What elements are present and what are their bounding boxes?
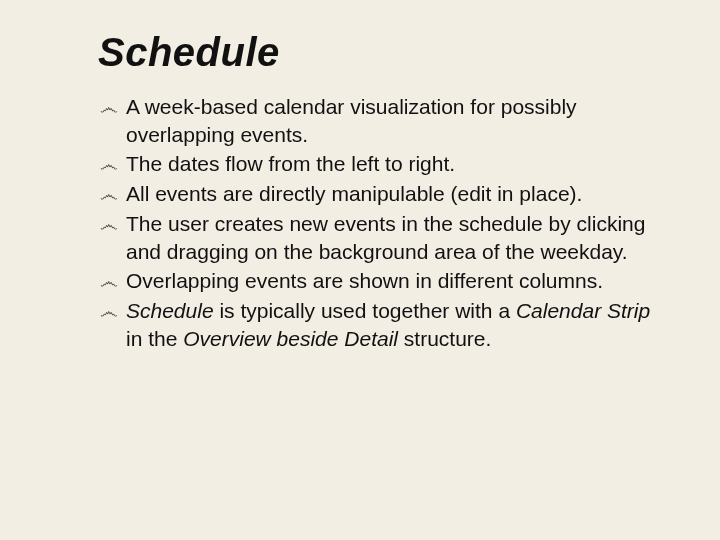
slide: Schedule ෴A week-based calendar visualiz… [0, 0, 720, 540]
bullet-text-run: A week-based calendar visualization for … [126, 95, 577, 146]
bullet-glyph-icon: ෴ [100, 299, 126, 324]
bullet-text-run: All events are directly manipulable (edi… [126, 182, 582, 205]
bullet-text-run: Overlapping events are shown in differen… [126, 269, 603, 292]
bullet-item: ෴The user creates new events in the sche… [100, 210, 660, 265]
bullet-item: ෴All events are directly manipulable (ed… [100, 180, 660, 208]
bullet-text-run: Schedule [126, 299, 214, 322]
bullet-text-run: The user creates new events in the sched… [126, 212, 645, 263]
bullet-item: ෴The dates flow from the left to right. [100, 150, 660, 178]
bullet-text-run: is typically used together with a [214, 299, 516, 322]
bullet-text-run: Overview beside Detail [183, 327, 398, 350]
bullet-item: ෴A week-based calendar visualization for… [100, 93, 660, 148]
bullet-text-run: The dates flow from the left to right. [126, 152, 455, 175]
bullet-glyph-icon: ෴ [100, 152, 126, 177]
bullet-text-run: Calendar Strip [516, 299, 650, 322]
slide-title: Schedule [98, 30, 660, 75]
bullet-item: ෴Overlapping events are shown in differe… [100, 267, 660, 295]
bullet-glyph-icon: ෴ [100, 95, 126, 120]
bullet-text-run: in the [126, 327, 183, 350]
bullet-glyph-icon: ෴ [100, 269, 126, 294]
bullet-list: ෴A week-based calendar visualization for… [100, 93, 660, 352]
bullet-item: ෴Schedule is typically used together wit… [100, 297, 660, 352]
bullet-text-run: structure. [398, 327, 491, 350]
bullet-glyph-icon: ෴ [100, 212, 126, 237]
bullet-glyph-icon: ෴ [100, 182, 126, 207]
